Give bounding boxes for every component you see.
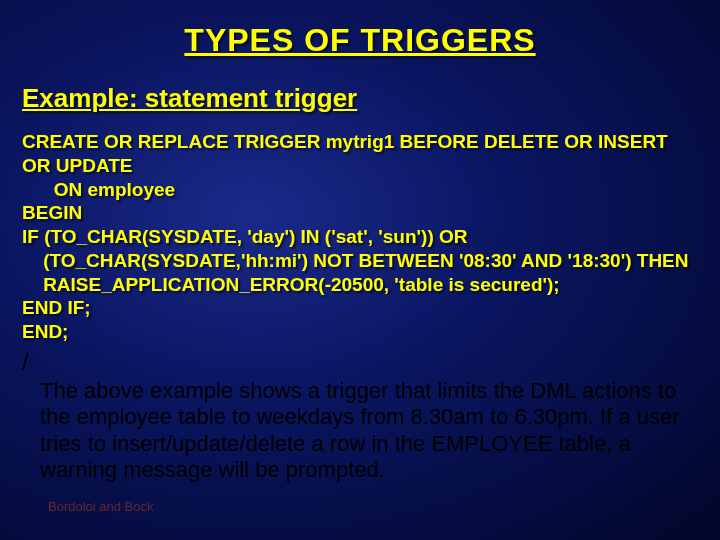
- code-block: CREATE OR REPLACE TRIGGER mytrig1 BEFORE…: [0, 114, 720, 344]
- footer-attribution: Bordoloi and Bock: [48, 499, 154, 514]
- explanation-text: The above example shows a trigger that l…: [0, 376, 720, 484]
- slide-title: TYPES OF TRIGGERS: [0, 0, 720, 59]
- code-terminator: /: [0, 344, 720, 376]
- slide-subtitle: Example: statement trigger: [0, 59, 720, 114]
